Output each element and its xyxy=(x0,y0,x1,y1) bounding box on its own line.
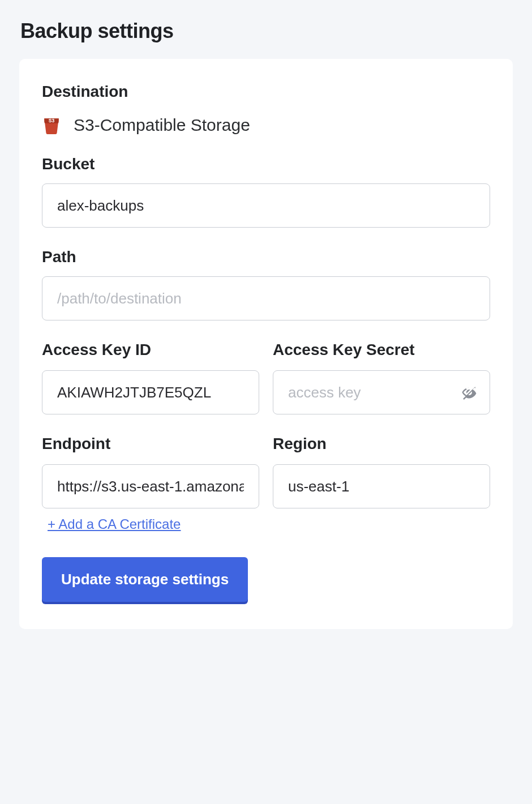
destination-provider-name: S3-Compatible Storage xyxy=(74,116,250,135)
bucket-label: Bucket xyxy=(42,155,490,173)
region-section: Region xyxy=(273,435,490,532)
region-label: Region xyxy=(273,435,490,453)
destination-label: Destination xyxy=(42,83,490,101)
endpoint-section: Endpoint + Add a CA Certificate xyxy=(42,435,259,532)
access-key-secret-section: Access Key Secret xyxy=(273,341,490,414)
access-key-secret-field-wrap xyxy=(273,370,490,414)
endpoint-input[interactable] xyxy=(42,464,259,508)
path-label: Path xyxy=(42,248,490,266)
svg-text:S3: S3 xyxy=(49,118,55,123)
path-input[interactable] xyxy=(42,276,490,320)
bucket-section: Bucket xyxy=(42,155,490,228)
access-key-secret-label: Access Key Secret xyxy=(273,341,490,359)
settings-card: Destination S3 S3-Compatible Storage Buc… xyxy=(19,59,513,629)
destination-value-row: S3 S3-Compatible Storage xyxy=(42,116,490,135)
region-input[interactable] xyxy=(273,464,490,508)
add-ca-certificate-link[interactable]: + Add a CA Certificate xyxy=(48,516,181,532)
endpoint-label: Endpoint xyxy=(42,435,259,453)
access-key-id-section: Access Key ID xyxy=(42,341,259,414)
eye-off-icon[interactable] xyxy=(460,383,479,402)
backup-settings-page: Backup settings Destination S3 S3-Compat… xyxy=(0,0,532,804)
endpoint-region-row: Endpoint + Add a CA Certificate Region xyxy=(42,435,490,532)
access-key-id-label: Access Key ID xyxy=(42,341,259,359)
access-key-id-input[interactable] xyxy=(42,370,259,414)
access-keys-row: Access Key ID Access Key Secret xyxy=(42,341,490,414)
s3-bucket-icon: S3 xyxy=(42,116,61,135)
update-storage-settings-button[interactable]: Update storage settings xyxy=(42,557,248,602)
access-key-secret-input[interactable] xyxy=(273,370,490,414)
page-title: Backup settings xyxy=(20,19,513,43)
destination-section: Destination S3 S3-Compatible Storage xyxy=(42,83,490,135)
bucket-input[interactable] xyxy=(42,183,490,228)
path-section: Path xyxy=(42,248,490,320)
